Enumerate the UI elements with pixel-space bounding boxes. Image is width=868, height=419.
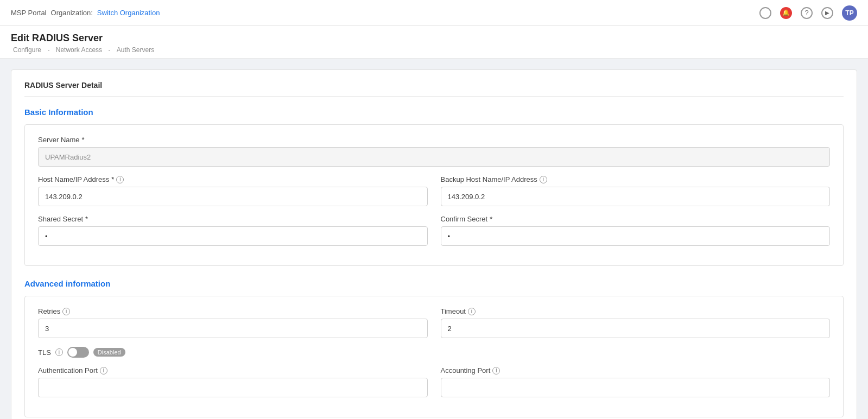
retries-label: Retries i bbox=[38, 307, 428, 315]
play-symbol: ▶ bbox=[825, 10, 829, 16]
accounting-port-group: Accounting Port i bbox=[441, 366, 831, 397]
breadcrumb-configure[interactable]: Configure bbox=[13, 46, 41, 54]
question-mark: ? bbox=[804, 9, 808, 17]
backup-host-input[interactable] bbox=[441, 187, 831, 206]
advanced-information-section-title: Advanced information bbox=[24, 279, 844, 288]
card-title: RADIUS Server Detail bbox=[24, 81, 844, 97]
timeout-group: Timeout i bbox=[441, 307, 831, 338]
nav-left: MSP Portal Organization: Switch Organiza… bbox=[11, 9, 160, 17]
server-name-label: Server Name * bbox=[38, 136, 830, 144]
switch-organization-link[interactable]: Switch Organization bbox=[97, 9, 160, 17]
radius-server-card: RADIUS Server Detail Basic Information S… bbox=[11, 69, 857, 419]
toggle-track bbox=[67, 347, 89, 358]
confirm-secret-required: * bbox=[490, 215, 492, 223]
retries-timeout-row: Retries i Timeout i bbox=[38, 307, 830, 338]
shared-secret-input[interactable] bbox=[38, 226, 428, 246]
tls-status-text: Disabled bbox=[93, 348, 125, 357]
nav-right: 🔔 ? ▶ TP bbox=[759, 5, 857, 21]
basic-information-panel: Server Name * Host Name/IP Address * i bbox=[24, 124, 844, 266]
tls-info-icon[interactable]: i bbox=[55, 348, 63, 356]
shared-secret-label: Shared Secret * bbox=[38, 215, 428, 223]
backup-host-group: Backup Host Name/IP Address i bbox=[441, 175, 831, 206]
auth-port-group: Authentication Port i bbox=[38, 366, 428, 397]
accounting-port-label: Accounting Port i bbox=[441, 366, 831, 374]
tls-row: TLS i Disabled bbox=[38, 347, 830, 358]
host-name-label: Host Name/IP Address * i bbox=[38, 175, 428, 183]
shared-secret-required: * bbox=[85, 215, 88, 223]
search-icon[interactable] bbox=[759, 7, 771, 19]
notifications-icon[interactable]: 🔔 bbox=[780, 7, 792, 19]
breadcrumb-auth-servers[interactable]: Auth Servers bbox=[117, 46, 154, 54]
breadcrumb-sep1: - bbox=[47, 46, 49, 54]
top-navigation: MSP Portal Organization: Switch Organiza… bbox=[0, 0, 868, 26]
timeout-label: Timeout i bbox=[441, 307, 831, 315]
server-name-input[interactable] bbox=[38, 147, 830, 167]
avatar[interactable]: TP bbox=[842, 5, 857, 21]
confirm-secret-label: Confirm Secret * bbox=[441, 215, 831, 223]
backup-host-label: Backup Host Name/IP Address i bbox=[441, 175, 831, 183]
server-name-required: * bbox=[82, 136, 85, 144]
confirm-secret-group: Confirm Secret * bbox=[441, 215, 831, 246]
page-header: Edit RADIUS Server Configure - Network A… bbox=[0, 26, 868, 59]
play-icon[interactable]: ▶ bbox=[821, 7, 833, 19]
auth-port-input[interactable] bbox=[38, 378, 428, 397]
confirm-secret-input[interactable] bbox=[441, 226, 831, 246]
advanced-information-panel: Retries i Timeout i TLS i bbox=[24, 296, 844, 417]
timeout-info-icon[interactable]: i bbox=[468, 308, 476, 315]
tls-toggle[interactable] bbox=[67, 347, 89, 358]
retries-info-icon[interactable]: i bbox=[62, 308, 70, 315]
bell-symbol: 🔔 bbox=[782, 9, 790, 16]
auth-port-label: Authentication Port i bbox=[38, 366, 428, 374]
host-name-group: Host Name/IP Address * i bbox=[38, 175, 428, 206]
server-name-group: Server Name * bbox=[38, 136, 830, 167]
breadcrumb-network-access[interactable]: Network Access bbox=[56, 46, 102, 54]
host-info-icon[interactable]: i bbox=[116, 176, 124, 183]
host-required: * bbox=[111, 175, 114, 183]
retries-input[interactable] bbox=[38, 319, 428, 338]
breadcrumb: Configure - Network Access - Auth Server… bbox=[11, 46, 857, 54]
msp-portal-link[interactable]: MSP Portal bbox=[11, 9, 47, 17]
page-title: Edit RADIUS Server bbox=[11, 33, 857, 44]
accounting-port-info-icon[interactable]: i bbox=[492, 367, 500, 374]
basic-information-section-title: Basic Information bbox=[24, 107, 844, 117]
ports-row: Authentication Port i Accounting Port i bbox=[38, 366, 830, 397]
server-name-row: Server Name * bbox=[38, 136, 830, 167]
host-name-input[interactable] bbox=[38, 187, 428, 206]
shared-secret-group: Shared Secret * bbox=[38, 215, 428, 246]
tls-label: TLS bbox=[38, 348, 51, 357]
breadcrumb-sep2: - bbox=[108, 46, 110, 54]
org-label: Organization: bbox=[51, 9, 93, 17]
main-content: RADIUS Server Detail Basic Information S… bbox=[0, 59, 868, 419]
retries-group: Retries i bbox=[38, 307, 428, 338]
secret-row: Shared Secret * Confirm Secret * bbox=[38, 215, 830, 246]
accounting-port-input[interactable] bbox=[441, 378, 831, 397]
auth-port-info-icon[interactable]: i bbox=[100, 367, 107, 374]
host-row: Host Name/IP Address * i Backup Host Nam… bbox=[38, 175, 830, 206]
backup-host-info-icon[interactable]: i bbox=[540, 176, 547, 183]
toggle-thumb bbox=[68, 348, 77, 357]
timeout-input[interactable] bbox=[441, 319, 831, 338]
help-icon[interactable]: ? bbox=[801, 7, 813, 19]
